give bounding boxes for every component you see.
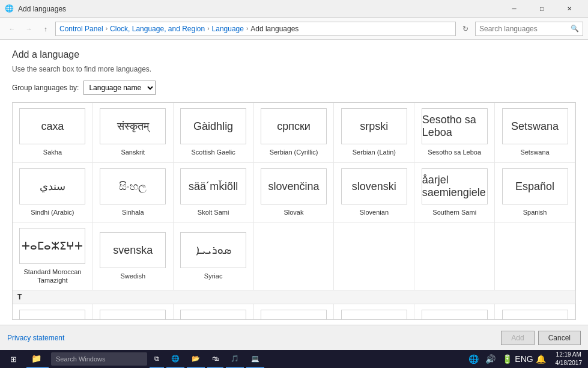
lang-name: Slovenian [360, 208, 389, 216]
lang-item[interactable]: தமிழ்Tamil [93, 304, 174, 320]
lang-item[interactable]: GàidhligScottish Gaelic [174, 103, 254, 163]
lang-script-box: Gàidhlig [180, 108, 246, 144]
lang-script-box: åarjel saemiengiele [422, 168, 488, 204]
breadcrumb-control-panel[interactable]: Control Panel [59, 25, 103, 33]
lang-script-box: سندي [19, 168, 85, 204]
lang-grid-3: тоҷикӣTajik (Cyrillic)தமிழ்TamilтатарTat… [13, 304, 575, 320]
lang-name: Standard Moroccan Tamazight [15, 268, 90, 285]
section-letter-t: T [13, 290, 575, 304]
lang-item[interactable]: తెలుగుTelugu [254, 304, 335, 320]
lang-item[interactable]: سنديSindhi (Arabic) [13, 163, 93, 223]
breadcrumb-clock-lang[interactable]: Clock, Language, and Region [110, 25, 205, 33]
lang-script-box: slovenski [341, 168, 407, 204]
lang-item[interactable]: Sesotho sa LeboaSesotho sa Leboa [414, 103, 495, 163]
store-icon: 🛍 [212, 355, 219, 362]
search-icon[interactable]: 🔍 [571, 25, 579, 32]
lang-item[interactable]: संस्कृतम्Sanskrit [93, 103, 174, 163]
lang-script-box: తెలుగు [261, 310, 327, 320]
forward-button[interactable]: → [22, 22, 36, 36]
lang-item [414, 223, 495, 290]
lang-item[interactable]: srpskiSerbian (Latin) [334, 103, 414, 163]
lang-item [334, 223, 414, 290]
minimize-button[interactable]: ─ [500, 0, 528, 18]
lang-item[interactable]: ไทยThai [334, 304, 414, 320]
lang-script-box: Sesotho sa Leboa [422, 108, 488, 144]
notification-icon[interactable]: 🔔 [535, 350, 547, 368]
lang-name: Sakha [43, 148, 62, 156]
up-button[interactable]: ↑ [38, 22, 53, 36]
taskbar-clock[interactable]: 12:19 AM 4/18/2017 [552, 351, 586, 367]
lang-name: Serbian (Cyrillic) [270, 148, 318, 156]
back-button[interactable]: ← [5, 22, 19, 36]
lang-item[interactable]: sää´mǩiõllSkolt Sami [174, 163, 254, 223]
window-controls: ─ □ ✕ [500, 0, 583, 18]
taskbar: ⊞ 📁 ⧉ 🌐 📂 🛍 🎵 💻 🌐 🔊 🔋 ENG 🔔 12:19 AM 4/1… [0, 350, 588, 368]
start-button[interactable]: ⊞ [2, 350, 24, 368]
task-view-icon: ⧉ [154, 355, 159, 363]
lang-name: Serbian (Latin) [353, 148, 396, 156]
lang-item[interactable]: SetswanaSetswana [495, 103, 575, 163]
lang-item[interactable]: සිංහලSinhala [93, 163, 174, 223]
lang-item[interactable]: српскиSerbian (Cyrillic) [254, 103, 335, 163]
taskbar-search-input[interactable] [51, 352, 147, 366]
clock-date: 4/18/2017 [556, 359, 583, 367]
lang-script-box: саха [19, 108, 85, 144]
address-bar: ← → ↑ Control Panel › Clock, Language, a… [0, 18, 588, 40]
taskbar-app-files[interactable]: 📂 [187, 350, 205, 368]
lang-item[interactable]: сахаSakha [13, 103, 93, 163]
lang-name: Slovak [283, 208, 303, 216]
lang-script-box: татар [180, 310, 246, 320]
cancel-button[interactable]: Cancel [538, 331, 581, 345]
network-icon[interactable]: 🌐 [468, 350, 480, 368]
taskbar-app-edge[interactable]: 🌐 [166, 350, 184, 368]
lang-grid-0: сахаSakhaसंस्कृतम्SanskritGàidhligScotti… [13, 103, 575, 163]
lang-item[interactable]: ትግርኛTigrinya [495, 304, 575, 320]
taskbar-app-task-view[interactable]: ⧉ [150, 350, 164, 368]
lang-item[interactable]: ⵜⴰⵎⴰⵣⵉⵖⵜStandard Moroccan Tamazight [13, 223, 93, 290]
search-input[interactable] [479, 25, 571, 33]
add-button[interactable]: Add [501, 331, 534, 345]
page-subtitle: Use the search box to find more language… [12, 65, 576, 73]
window-title: Add languages [18, 5, 500, 13]
title-bar: 🌐 Add languages ─ □ ✕ [0, 0, 588, 18]
lang-item[interactable]: slovenskiSlovenian [334, 163, 414, 223]
taskbar-app-cmd[interactable]: 💻 [246, 350, 264, 368]
edge-icon: 🌐 [171, 355, 180, 363]
lang-item[interactable]: EspañolSpanish [495, 163, 575, 223]
lang-item[interactable]: svenskaSwedish [93, 223, 174, 290]
bottom-buttons: Add Cancel [501, 331, 581, 345]
language-grid-container[interactable]: сахаSakhaसंस्कृतम्SanskritGàidhligScotti… [12, 102, 576, 320]
lang-script-box: sää´mǩiõll [180, 168, 246, 204]
clock-time: 12:19 AM [556, 351, 583, 359]
taskbar-app-store[interactable]: 🛍 [207, 350, 223, 368]
privacy-link[interactable]: Privacy statement [7, 334, 64, 342]
lang-name: Swedish [120, 272, 145, 280]
battery-icon[interactable]: 🔋 [502, 350, 514, 368]
lang-script-box: Español [502, 168, 568, 204]
lang-item[interactable]: slovenčinaSlovak [254, 163, 335, 223]
lang-item[interactable]: åarjel saemiengieleSouthern Sami [414, 163, 495, 223]
lang-name: Setswana [520, 148, 549, 156]
maximize-button[interactable]: □ [528, 0, 556, 18]
lang-script-box: தமிழ் [100, 310, 166, 320]
input-lang-icon[interactable]: ENG [518, 350, 530, 368]
group-filter: Group languages by: Language name Langua… [12, 81, 576, 95]
refresh-button[interactable]: ↻ [458, 22, 473, 36]
taskbar-app-explorer[interactable]: 📁 [26, 350, 49, 368]
close-button[interactable]: ✕ [556, 0, 583, 18]
lang-script-box: ትግርኛ [502, 310, 568, 320]
lang-item[interactable]: ܣܘܪܝܝܐSyriac [174, 223, 254, 290]
taskbar-app-music[interactable]: 🎵 [226, 350, 244, 368]
volume-icon[interactable]: 🔊 [485, 350, 497, 368]
breadcrumb-language[interactable]: Language [212, 25, 244, 33]
lang-item[interactable]: татарTatar (Cyrillic) [174, 304, 254, 320]
cmd-icon: 💻 [251, 355, 259, 363]
taskbar-right: 🌐 🔊 🔋 ENG 🔔 12:19 AM 4/18/2017 [468, 350, 586, 368]
window-icon: 🌐 [5, 4, 14, 14]
lang-name: Sinhala [122, 208, 144, 216]
lang-item[interactable]: བོད་སྐད་Tibetan [414, 304, 495, 320]
lang-script-box: svenska [100, 232, 166, 268]
group-select[interactable]: Language name Language family Script [83, 81, 156, 95]
lang-item[interactable]: тоҷикӣTajik (Cyrillic) [13, 304, 93, 320]
lang-name: Sanskrit [121, 148, 145, 156]
